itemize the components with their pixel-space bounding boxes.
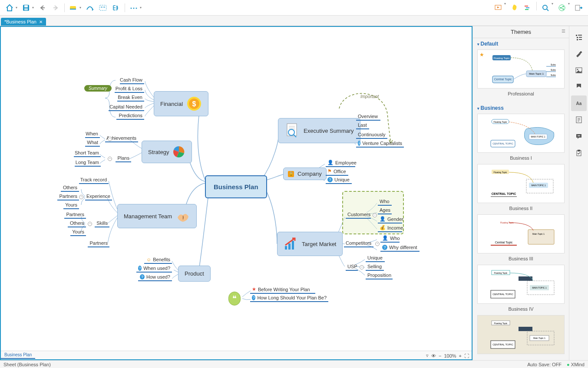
subtopic-exp-others[interactable]: Others [61, 184, 79, 192]
subtopic-venture-capitalists[interactable]: iVenture Capitalists [356, 140, 404, 148]
sheet-tab-active[interactable]: Business Plan [1, 352, 35, 359]
subtopic-plans[interactable]: Plans [116, 154, 131, 162]
summary-tag[interactable]: Summary [84, 85, 112, 92]
subtopic-how-used[interactable]: ?How used? [138, 273, 172, 281]
more-actions-caret[interactable]: ▾ [140, 6, 142, 10]
zoom-in-button[interactable]: + [459, 353, 462, 358]
subtopic-skl-partners[interactable]: Partners [64, 211, 86, 219]
subtopic-cash-flow[interactable]: Cash Flow [120, 76, 144, 84]
subtopic-comp-who[interactable]: 👤Who [380, 234, 400, 243]
topic-product[interactable]: Product [178, 266, 211, 282]
visibility-icon[interactable]: 👁 [431, 353, 436, 358]
expand-experience[interactable]: − [79, 195, 83, 199]
image-button[interactable] [571, 62, 587, 78]
save-button[interactable] [20, 2, 32, 14]
theme-card-business-2[interactable]: Floating TopicCENTRAL TOPICMAIN TOPIC 1 [477, 164, 565, 203]
gantt-button[interactable] [522, 2, 534, 14]
subtopic-before-writing[interactable]: ★Before Writing Your Plan [250, 286, 315, 294]
markers-button[interactable] [571, 79, 587, 95]
insert-topic-caret[interactable]: ▾ [79, 6, 81, 10]
home-dropdown-caret[interactable]: ▾ [16, 6, 17, 10]
theme-card-business-4[interactable]: Floating TopicCENTRAL TOPICMAIN TOPIC 1 [477, 265, 565, 304]
subtopic-exp-yours[interactable]: Yours [63, 201, 79, 209]
theme-group-business[interactable]: Business [477, 105, 565, 111]
filter-icon[interactable]: ▿ [426, 353, 429, 358]
subtopic-income[interactable]: 💰Income [378, 224, 402, 232]
subtopic-when-used[interactable]: ?When used? [136, 265, 172, 273]
theme-card-business-3[interactable]: Floating TopicCentral TopicMain Topic 1 [477, 214, 565, 253]
fit-screen-button[interactable]: ⛶ [464, 353, 469, 358]
format-brush-button[interactable] [571, 46, 587, 62]
subtopic-skills[interactable]: Skills [95, 220, 109, 227]
theme-group-default[interactable]: Default [477, 41, 565, 47]
summary-button[interactable] [110, 2, 122, 14]
export-button[interactable] [572, 2, 585, 14]
expand-usp[interactable]: − [360, 265, 364, 269]
panel-menu-icon[interactable]: ☰ [562, 29, 565, 33]
topic-executive-summary[interactable]: Executive Summary [278, 118, 360, 143]
presentation-button[interactable] [492, 2, 504, 14]
boundary-button[interactable] [97, 2, 109, 14]
search-button[interactable] [539, 2, 552, 14]
subtopic-ages[interactable]: Ages [378, 207, 392, 214]
subtopic-usp-unique[interactable]: Unique [366, 254, 385, 262]
task-button[interactable] [571, 145, 587, 161]
share-button[interactable] [556, 2, 568, 14]
subtopic-overview[interactable]: Overview [356, 113, 380, 121]
subtopic-long-team[interactable]: Long Team [75, 159, 101, 167]
subtopic-why-different[interactable]: ?Why different [380, 244, 420, 252]
subtopic-usp[interactable]: USP [346, 263, 358, 271]
themes-button[interactable]: Aa [571, 95, 587, 111]
topic-strategy[interactable]: Strategy [142, 141, 192, 163]
redo-button[interactable] [50, 2, 62, 14]
subtopic-last[interactable]: Last [356, 122, 369, 129]
expand-customers[interactable]: − [373, 213, 377, 217]
theme-card-business-1[interactable]: Floating TopicCENTRAL TOPICMAIN TOPIC 1 [477, 114, 565, 153]
undo-button[interactable] [36, 2, 49, 14]
theme-card-professional[interactable]: Floating TopicCentral TopicMain Topic 1S… [477, 49, 565, 89]
central-topic[interactable]: Business Plan [205, 175, 267, 198]
subtopic-track-record[interactable]: Track record [79, 176, 109, 184]
subtopic-mgmt-partners[interactable]: Partners [88, 240, 109, 247]
brainstorm-button[interactable] [509, 2, 521, 14]
subtopic-experience[interactable]: Experience [85, 193, 112, 200]
active-document-tab[interactable]: *Business Plan ✕ [1, 18, 46, 26]
expand-plans[interactable]: − [108, 157, 112, 161]
zoom-out-button[interactable]: − [439, 353, 441, 358]
theme-card-business-5[interactable]: Floating TopicCENTRAL TOPICMain Topic 1 [477, 315, 565, 354]
home-button[interactable] [3, 2, 16, 14]
subtopic-what[interactable]: What [85, 139, 100, 147]
subtopic-skl-others[interactable]: Others [68, 220, 86, 227]
notes-button[interactable] [571, 112, 587, 128]
subtopic-how-long[interactable]: ?How Long Should Your Plan Be? [250, 294, 328, 302]
subtopic-selling[interactable]: Selling [366, 263, 384, 271]
save-dropdown-caret[interactable]: ▾ [32, 6, 34, 10]
outline-view-button[interactable] [571, 30, 587, 45]
expand-achievements[interactable]: − [108, 137, 112, 141]
subtopic-exp-partners[interactable]: Partners [57, 193, 79, 200]
subtopic-capital-needed[interactable]: Capital Needed [109, 103, 144, 111]
subtopic-break-even[interactable]: Break Even [117, 94, 144, 102]
relationship-button[interactable] [84, 2, 96, 14]
comments-button[interactable] [571, 128, 587, 144]
subtopic-gender[interactable]: 👤Gender [378, 215, 402, 223]
topic-company[interactable]: 🔒 Company [283, 168, 327, 180]
expand-skills[interactable]: − [88, 222, 92, 226]
close-tab-icon[interactable]: ✕ [39, 20, 43, 24]
more-actions-button[interactable]: ⋯ [128, 2, 140, 14]
subtopic-profit-loss[interactable]: Profit & Loss [115, 85, 144, 93]
subtopic-continuously[interactable]: Continuously [356, 131, 387, 139]
subtopic-predictions[interactable]: Predictions [116, 112, 144, 120]
subtopic-competitors[interactable]: Competitors [344, 240, 373, 247]
subtopic-unique[interactable]: ?Unique [326, 176, 352, 184]
subtopic-when[interactable]: When [85, 130, 100, 138]
insert-topic-button[interactable] [67, 2, 79, 14]
subtopic-employee[interactable]: 👤Employee [326, 159, 355, 167]
mindmap-canvas[interactable]: Business Plan Financial $ Cash Flow Prof… [1, 27, 472, 359]
topic-financial[interactable]: Financial $ [154, 91, 208, 116]
subtopic-proposition[interactable]: Proposition [366, 272, 393, 279]
topic-target-market[interactable]: Target Market [277, 232, 343, 256]
floating-topic-quote[interactable]: ❝ [228, 292, 241, 306]
subtopic-short-team[interactable]: Short Team [74, 149, 101, 157]
expand-competitors[interactable]: − [375, 242, 380, 246]
